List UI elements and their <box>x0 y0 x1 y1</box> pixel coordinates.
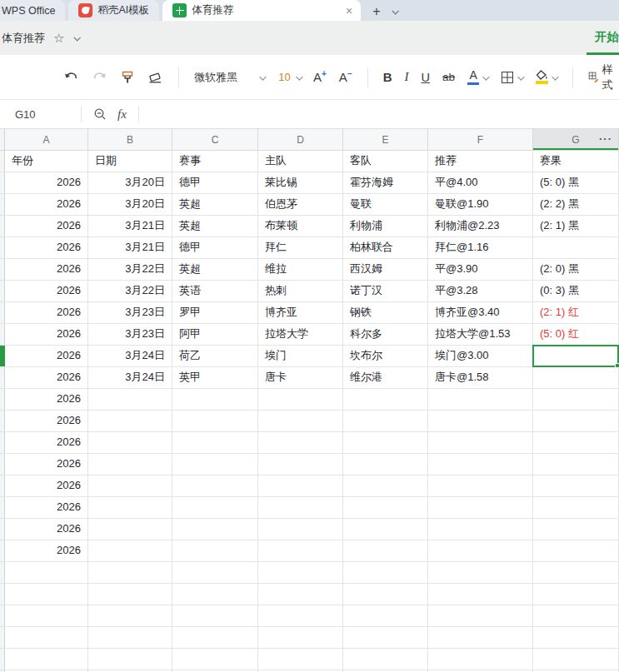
cell[interactable]: 唐卡 <box>258 367 343 388</box>
more-columns-icon[interactable]: ··· <box>599 132 612 145</box>
cell[interactable] <box>533 519 619 540</box>
cell[interactable] <box>533 432 619 453</box>
undo-icon[interactable] <box>63 71 79 84</box>
cell[interactable]: 2026 <box>5 237 88 258</box>
cell[interactable]: 英甲 <box>172 367 258 388</box>
cell[interactable]: 英超 <box>172 216 258 236</box>
cell[interactable] <box>88 475 172 496</box>
increase-font-icon[interactable]: A+ <box>313 70 327 84</box>
cell-name-box[interactable]: G10 <box>0 108 81 121</box>
cell[interactable] <box>258 605 343 626</box>
formula-input[interactable] <box>139 100 619 128</box>
cell[interactable] <box>258 454 343 475</box>
column-header-B[interactable]: B <box>88 129 172 150</box>
favorite-star-icon[interactable]: ☆ <box>53 31 64 46</box>
cell[interactable] <box>88 627 172 648</box>
cell[interactable]: 2026 <box>5 194 88 215</box>
cell[interactable] <box>428 411 533 431</box>
cell[interactable] <box>428 562 533 583</box>
cell[interactable]: 2026 <box>5 519 88 540</box>
cell[interactable]: 2026 <box>5 216 88 236</box>
cell[interactable]: 拜仁@1.16 <box>428 237 533 258</box>
decrease-font-icon[interactable]: A− <box>339 70 352 84</box>
cell[interactable] <box>343 432 428 453</box>
cell[interactable] <box>533 454 619 475</box>
cell[interactable] <box>428 454 533 475</box>
cell[interactable]: 埃门@3.00 <box>428 346 533 366</box>
cell[interactable] <box>428 497 533 518</box>
cell[interactable]: (2: 1) 红 <box>533 302 619 323</box>
cell[interactable] <box>258 584 343 605</box>
cell[interactable]: 曼联@1.90 <box>428 194 533 215</box>
cell[interactable] <box>5 562 88 583</box>
cell[interactable]: 维尔港 <box>343 367 428 388</box>
cell[interactable]: 英超 <box>172 194 258 215</box>
cell[interactable] <box>88 389 172 410</box>
cell[interactable]: 2026 <box>5 302 88 323</box>
cell[interactable] <box>258 649 343 670</box>
insert-function-fx-icon[interactable]: fx <box>117 107 127 122</box>
cell[interactable]: 平@4.00 <box>428 172 533 193</box>
cell[interactable]: 阿甲 <box>172 324 258 345</box>
tab-sports-recommendation[interactable]: 体育推荐 × <box>162 0 361 21</box>
cell[interactable] <box>343 411 428 431</box>
format-painter-icon[interactable] <box>120 70 135 85</box>
cell[interactable]: 利物浦 <box>343 216 428 236</box>
cell[interactable]: 2026 <box>5 454 88 475</box>
cell[interactable]: 利物浦@2.23 <box>428 216 533 236</box>
cell[interactable] <box>258 627 343 648</box>
cell[interactable]: 3月21日 <box>88 237 172 258</box>
cell[interactable]: 平@3.90 <box>428 259 533 280</box>
cell[interactable]: 2026 <box>5 497 88 518</box>
cell[interactable] <box>258 540 343 561</box>
cell[interactable] <box>533 411 619 431</box>
cell[interactable] <box>88 562 172 583</box>
cell-style-button[interactable]: 样式 <box>588 62 619 92</box>
cell[interactable] <box>343 454 428 475</box>
cell[interactable]: 博齐亚@3.40 <box>428 302 533 323</box>
cell[interactable] <box>343 649 428 670</box>
redo-icon[interactable] <box>92 71 107 84</box>
cell[interactable] <box>172 475 258 496</box>
close-tab-icon[interactable]: × <box>346 4 352 17</box>
cell[interactable]: 3月24日 <box>88 346 172 366</box>
cell[interactable] <box>5 605 88 626</box>
cell[interactable] <box>5 627 88 648</box>
cell[interactable]: 3月24日 <box>88 367 172 388</box>
cell[interactable]: 维拉 <box>258 259 343 280</box>
cell[interactable]: 3月22日 <box>88 259 172 280</box>
cell[interactable] <box>428 605 533 626</box>
cell[interactable]: 3月20日 <box>88 194 172 215</box>
cell[interactable]: 伯恩茅 <box>258 194 343 215</box>
cell[interactable] <box>343 497 428 518</box>
cell[interactable] <box>258 519 343 540</box>
cell[interactable]: (2: 0) 黑 <box>533 259 619 280</box>
cell[interactable] <box>172 389 258 410</box>
cell[interactable]: 3月21日 <box>88 216 172 236</box>
cell[interactable] <box>343 475 428 496</box>
cell[interactable] <box>258 389 343 410</box>
cell[interactable]: 英超 <box>172 259 258 280</box>
cell[interactable] <box>258 411 343 431</box>
cell[interactable] <box>533 475 619 496</box>
cell[interactable]: 坎布尔 <box>343 346 428 366</box>
column-header-E[interactable]: E <box>343 129 428 150</box>
cell[interactable] <box>88 584 172 605</box>
cell[interactable]: (2: 1) 黑 <box>533 216 619 236</box>
cell[interactable] <box>343 562 428 583</box>
title-chevron-icon[interactable] <box>74 34 81 41</box>
cell[interactable] <box>258 475 343 496</box>
cell[interactable]: 3月23日 <box>88 302 172 323</box>
cell[interactable] <box>343 540 428 561</box>
fill-color-button[interactable] <box>535 70 557 84</box>
cell[interactable] <box>533 540 619 561</box>
cell[interactable] <box>533 605 619 626</box>
cell[interactable] <box>428 627 533 648</box>
eraser-icon[interactable] <box>147 71 163 84</box>
cell[interactable] <box>258 497 343 518</box>
cell[interactable] <box>88 605 172 626</box>
cell[interactable] <box>88 497 172 518</box>
cell[interactable]: 3月22日 <box>88 281 172 301</box>
cell[interactable]: 拉塔大学@1.53 <box>428 324 533 345</box>
cell[interactable]: 西汉姆 <box>343 259 428 280</box>
